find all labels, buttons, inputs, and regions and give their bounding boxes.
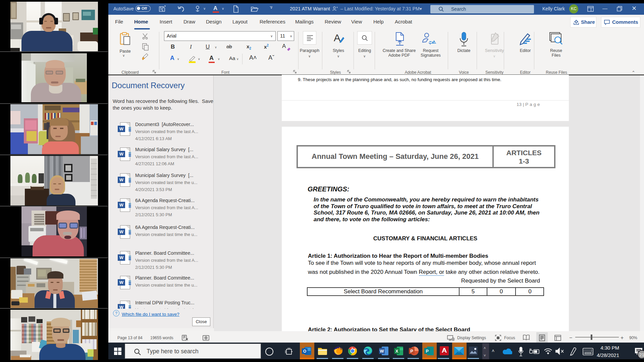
svg-text:P: P: [426, 349, 429, 354]
svg-text:W: W: [380, 349, 384, 354]
svg-text:X: X: [395, 349, 398, 354]
svg-text:P: P: [410, 349, 413, 354]
svg-text:A: A: [334, 32, 340, 43]
svg-text:O: O: [303, 349, 306, 354]
